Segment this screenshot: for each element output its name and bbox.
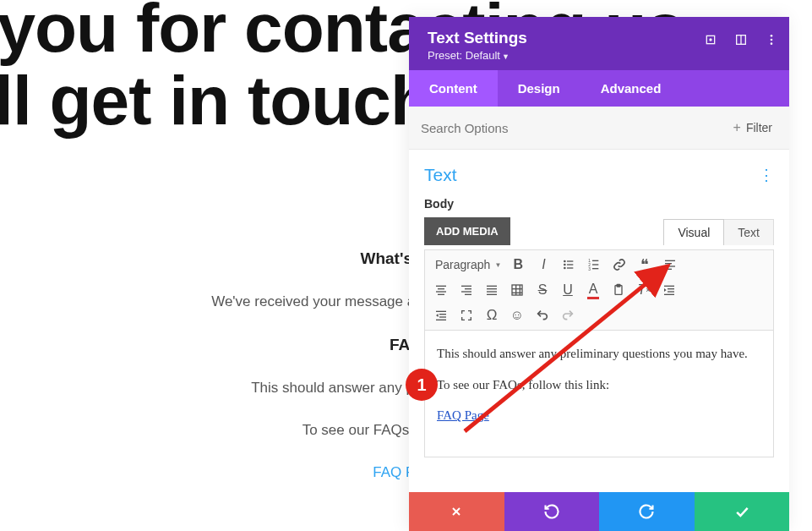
editor-tab-text[interactable]: Text: [724, 219, 774, 245]
svg-rect-10: [567, 260, 573, 261]
expand-icon[interactable]: [703, 32, 718, 47]
svg-rect-44: [664, 286, 674, 287]
emoji-icon[interactable]: ☺: [506, 304, 528, 326]
svg-marker-53: [436, 314, 439, 317]
panel-body: Text ⋮ Body ADD MEDIA Visual Text Paragr…: [409, 150, 789, 492]
svg-rect-35: [487, 291, 497, 292]
align-justify-icon[interactable]: [481, 279, 503, 301]
link-icon[interactable]: [608, 254, 630, 276]
align-center-icon[interactable]: [430, 279, 452, 301]
panel-header: Text Settings Preset: Default▼: [409, 17, 789, 70]
undo-icon: [543, 503, 560, 520]
svg-rect-31: [461, 291, 471, 292]
svg-point-3: [710, 39, 711, 41]
strikethrough-icon[interactable]: S: [531, 279, 553, 301]
section-more-icon[interactable]: ⋮: [759, 166, 774, 184]
indent-icon[interactable]: [658, 279, 680, 301]
filter-button[interactable]: + Filter: [728, 117, 777, 139]
editor-paragraph-2[interactable]: To see our FAQs, follow this link:: [437, 375, 761, 395]
svg-rect-28: [438, 294, 444, 295]
svg-rect-12: [567, 264, 573, 265]
svg-point-6: [771, 35, 773, 37]
tab-advanced[interactable]: Advanced: [580, 70, 682, 107]
undo-icon[interactable]: [531, 304, 553, 326]
align-right-icon[interactable]: [455, 279, 477, 301]
svg-rect-33: [487, 286, 497, 287]
svg-rect-50: [439, 314, 446, 315]
svg-rect-52: [436, 320, 446, 320]
search-row: + Filter: [409, 107, 789, 150]
plus-icon: +: [733, 120, 741, 135]
tab-content[interactable]: Content: [409, 70, 498, 107]
outdent-icon[interactable]: [430, 304, 452, 326]
svg-point-13: [564, 267, 566, 270]
more-menu-icon[interactable]: [764, 32, 779, 47]
svg-point-8: [771, 42, 773, 45]
special-char-icon[interactable]: Ω: [481, 304, 503, 326]
svg-marker-48: [664, 288, 667, 292]
svg-rect-24: [665, 269, 672, 270]
paste-icon[interactable]: [608, 279, 629, 301]
svg-rect-20: [592, 268, 598, 269]
format-select[interactable]: Paragraph: [430, 255, 504, 275]
panel-tabs: Content Design Advanced: [409, 70, 789, 107]
svg-rect-26: [438, 288, 444, 289]
underline-icon[interactable]: U: [557, 279, 579, 301]
svg-point-7: [771, 39, 773, 41]
search-input[interactable]: [421, 121, 728, 135]
quote-icon[interactable]: ❝: [634, 254, 656, 276]
section-title[interactable]: Text: [424, 165, 457, 185]
svg-rect-49: [436, 311, 446, 312]
editor-content[interactable]: This should answer any preliminary quest…: [424, 331, 774, 457]
undo-button[interactable]: [504, 492, 600, 531]
svg-text:3: 3: [589, 267, 591, 271]
svg-rect-37: [512, 285, 522, 295]
check-icon: [733, 503, 750, 520]
editor-faq-link[interactable]: FAQ Page: [437, 408, 489, 422]
svg-rect-29: [461, 286, 471, 287]
svg-rect-16: [592, 260, 598, 261]
svg-rect-21: [665, 260, 675, 261]
close-icon: [450, 505, 463, 518]
panel-preset[interactable]: Preset: Default▼: [428, 49, 771, 62]
svg-rect-32: [465, 294, 471, 295]
bullet-list-icon[interactable]: [558, 254, 580, 276]
svg-rect-45: [668, 288, 674, 289]
svg-rect-46: [668, 291, 674, 292]
tab-design[interactable]: Design: [498, 70, 580, 107]
table-icon[interactable]: [506, 279, 528, 301]
caret-down-icon: ▼: [502, 52, 510, 61]
svg-point-11: [564, 264, 566, 266]
align-left-icon[interactable]: [659, 254, 681, 276]
svg-rect-18: [592, 264, 598, 265]
svg-rect-30: [465, 288, 471, 289]
panel-footer: [409, 492, 789, 531]
preset-label: Preset: Default: [428, 49, 500, 62]
add-media-button[interactable]: ADD MEDIA: [424, 217, 510, 245]
clear-formatting-icon[interactable]: T×: [633, 279, 655, 301]
svg-rect-34: [487, 288, 497, 289]
snap-icon[interactable]: [733, 32, 749, 47]
svg-rect-47: [664, 294, 674, 295]
editor-tab-visual[interactable]: Visual: [663, 219, 724, 245]
redo-icon[interactable]: [557, 304, 579, 326]
text-settings-panel: Text Settings Preset: Default▼ Content D…: [409, 17, 789, 531]
redo-button[interactable]: [599, 492, 695, 531]
svg-point-9: [564, 260, 566, 263]
text-color-icon[interactable]: A: [582, 279, 604, 301]
bold-icon[interactable]: B: [507, 254, 529, 276]
svg-rect-51: [439, 316, 446, 317]
svg-rect-14: [567, 267, 573, 268]
italic-icon[interactable]: I: [532, 254, 554, 276]
svg-rect-36: [487, 294, 497, 295]
fullscreen-icon[interactable]: [455, 304, 477, 326]
numbered-list-icon[interactable]: 123: [583, 254, 605, 276]
annotation-badge: 1: [406, 369, 438, 401]
filter-label: Filter: [746, 121, 772, 134]
editor-toolbar: Paragraph B I 123 ❝: [424, 249, 774, 331]
cancel-button[interactable]: [409, 492, 504, 531]
svg-rect-22: [665, 263, 672, 264]
save-button[interactable]: [695, 492, 790, 531]
svg-rect-25: [436, 286, 446, 287]
editor-paragraph-1[interactable]: This should answer any preliminary quest…: [437, 344, 761, 364]
